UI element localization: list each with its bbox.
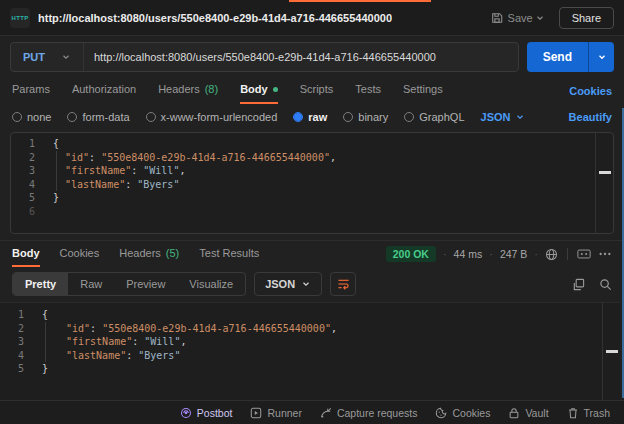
code-line: 3 "firstName": "Will", (0, 335, 620, 349)
search-icon[interactable] (599, 278, 612, 291)
radio-selected-icon (293, 112, 303, 122)
url-input[interactable] (84, 51, 518, 63)
scrollbar-thumb[interactable] (606, 350, 618, 353)
mode-form-data[interactable]: form-data (67, 111, 129, 123)
response-body-viewer[interactable]: 1 { 2 "id": "550e8400-e29b-41d4-a716-446… (0, 302, 620, 406)
method-dropdown[interactable]: PUT (11, 43, 84, 71)
response-tab-cookies[interactable]: Cookies (60, 241, 100, 267)
view-preview[interactable]: Preview (114, 273, 177, 295)
view-pretty[interactable]: Pretty (13, 273, 68, 295)
request-body-editor[interactable]: 1 { 2 "id": "550e8400-e29b-41d4-a716-446… (10, 132, 614, 234)
chevron-down-icon (535, 13, 545, 23)
tab-params[interactable]: Params (12, 78, 50, 104)
body-mode-row: none form-data x-www-form-urlencoded raw… (0, 104, 624, 130)
copy-icon[interactable] (572, 278, 585, 291)
cookies-link[interactable]: Cookies (569, 85, 612, 97)
radio-icon (67, 112, 77, 122)
network-globe-icon[interactable] (545, 248, 558, 261)
url-box: PUT (10, 42, 519, 72)
postbot-icon (180, 407, 192, 419)
tab-tests[interactable]: Tests (355, 78, 381, 104)
capture-requests-icon (320, 407, 332, 419)
separator-dot (489, 248, 493, 260)
response-tab-body[interactable]: Body (12, 241, 40, 267)
http-request-icon: HTTP (10, 8, 30, 28)
send-button[interactable]: Send (527, 42, 588, 72)
wrap-lines-icon (337, 278, 350, 290)
method-label: PUT (23, 51, 45, 63)
code-line: 4 "lastName": "Byers" (11, 178, 613, 192)
trash-button[interactable]: Trash (567, 407, 610, 419)
response-action-icons (572, 278, 612, 291)
request-url-row: PUT Send (0, 36, 624, 78)
mode-binary[interactable]: binary (343, 111, 388, 123)
radio-icon (146, 112, 156, 122)
chevron-down-icon (515, 112, 525, 122)
active-tab-indicator (289, 0, 431, 2)
radio-icon (343, 112, 353, 122)
tab-authorization[interactable]: Authorization (72, 78, 136, 104)
response-tab-test-results[interactable]: Test Results (199, 241, 259, 267)
floppy-save-icon (491, 12, 503, 24)
tab-settings[interactable]: Settings (403, 78, 443, 104)
status-bar: Postbot Runner Capture requests Cookies … (0, 400, 624, 424)
status-badge: 200 OK (386, 246, 436, 262)
response-meta: 200 OK 44 ms 247 B (386, 241, 612, 267)
cookies-button[interactable]: Cookies (435, 407, 490, 419)
chevron-down-icon (597, 52, 607, 62)
response-size: 247 B (500, 248, 527, 260)
save-response-icon[interactable] (577, 248, 591, 260)
response-time: 44 ms (454, 248, 483, 260)
code-line: 4 "lastName": "Byers" (0, 349, 620, 363)
share-button[interactable]: Share (559, 7, 614, 29)
radio-icon (404, 112, 414, 122)
code-line: 2 "id": "550e8400-e29b-41d4-a716-4466554… (0, 322, 620, 336)
lock-icon (508, 407, 520, 419)
trash-icon (567, 407, 579, 419)
mode-graphql[interactable]: GraphQL (404, 111, 464, 123)
tab-scripts[interactable]: Scripts (300, 78, 334, 104)
vault-button[interactable]: Vault (508, 407, 548, 419)
chevron-down-icon (301, 279, 311, 289)
tab-body[interactable]: Body (240, 78, 278, 104)
separator-dot (534, 248, 538, 260)
mode-raw[interactable]: raw (293, 111, 327, 123)
code-line: 2 "id": "550e8400-e29b-41d4-a716-4466554… (11, 151, 613, 165)
mode-urlencoded[interactable]: x-www-form-urlencoded (146, 111, 278, 123)
request-tab-bar: HTTP http://localhost:8080/users/550e840… (0, 0, 624, 36)
postbot-button[interactable]: Postbot (180, 407, 233, 419)
view-raw[interactable]: Raw (68, 273, 114, 295)
indent-guide (45, 322, 46, 362)
save-button[interactable]: Save (491, 12, 533, 24)
runner-button[interactable]: Runner (250, 407, 301, 419)
wrap-lines-button[interactable] (330, 272, 356, 296)
request-tabs: Params Authorization Headers (8) Body Sc… (0, 78, 624, 104)
tab-headers[interactable]: Headers (8) (158, 78, 218, 104)
radio-icon (12, 112, 22, 122)
response-language-dropdown[interactable]: JSON (254, 272, 322, 296)
send-options-button[interactable] (588, 42, 614, 72)
view-visualize[interactable]: Visualize (177, 273, 245, 295)
beautify-link[interactable]: Beautify (569, 111, 612, 123)
more-options-icon[interactable] (598, 248, 612, 260)
capture-requests-button[interactable]: Capture requests (320, 407, 418, 419)
mode-none[interactable]: none (12, 111, 51, 123)
response-header: Body Cookies Headers (5) Test Results 20… (0, 240, 624, 267)
code-line: 5 } (0, 362, 620, 376)
raw-language-dropdown[interactable]: JSON (481, 111, 526, 123)
response-tab-headers[interactable]: Headers (5) (119, 241, 179, 267)
headers-count: (8) (205, 83, 218, 95)
code-line: 6 (11, 205, 613, 219)
body-modified-dot (273, 87, 278, 92)
send-button-group: Send (527, 42, 614, 72)
code-line: 3 "firstName": "Will", (11, 164, 613, 178)
cookie-icon (435, 407, 447, 419)
code-line: 5 } (11, 191, 613, 205)
editor-scrollbar[interactable] (595, 133, 613, 233)
divider (567, 248, 568, 260)
scrollbar-thumb[interactable] (599, 171, 611, 174)
editor-scrollbar[interactable] (602, 303, 620, 406)
chevron-down-icon (61, 52, 71, 62)
save-dropdown-button[interactable] (535, 13, 545, 23)
response-headers-count: (5) (166, 247, 179, 259)
